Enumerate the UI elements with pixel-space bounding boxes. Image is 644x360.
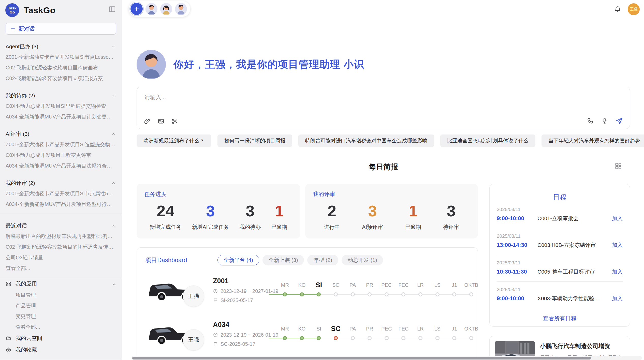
milestone-cell	[294, 336, 311, 340]
event-join-link[interactable]: 加入	[612, 268, 623, 275]
notifications-bell-icon[interactable]	[614, 6, 621, 13]
sidebar-list-item[interactable]: C02-飞腾新能源轻客改款项目里程碑画布	[0, 62, 122, 73]
milestone-label-SI: SI	[310, 281, 327, 289]
sidebar-item-my-apps[interactable]: 我的应用	[0, 278, 122, 290]
stat-card-title: 我的评审	[313, 190, 470, 198]
new-chat-label: 新对话	[19, 25, 35, 32]
milestone-cell	[412, 292, 429, 296]
assistant-avatar-1[interactable]	[145, 3, 157, 15]
view-all-schedule-link[interactable]: 查看所有日程	[497, 315, 623, 322]
event-row: 9:00-10:00C001-立项审批会加入	[497, 215, 623, 222]
event-join-link[interactable]: 加入	[612, 242, 623, 249]
chevron-up-icon	[111, 93, 116, 98]
image-icon[interactable]	[158, 118, 164, 125]
dashboard-tab-2[interactable]: 年型 (2)	[307, 255, 338, 265]
milestone-dot-LR	[418, 292, 422, 296]
app-menu-item[interactable]: 查看全部...	[0, 322, 122, 332]
milestone-label-PEC: PEC	[378, 324, 395, 333]
stat-value: 3	[192, 200, 229, 222]
sidebar-section-0-label: Agent已办 (3)	[6, 43, 38, 50]
attachment-icon[interactable]	[144, 118, 151, 125]
stat-value: 1	[271, 200, 287, 222]
app-menu-item[interactable]: 项目管理	[0, 290, 122, 300]
milestone-label-SI: SI	[310, 324, 327, 333]
chevron-up-icon	[111, 281, 116, 286]
horizontal-scrollbar-thumb[interactable]	[132, 357, 591, 359]
sidebar-section-1[interactable]: 我的待办 (2)	[0, 91, 122, 101]
suggestion-chip-0[interactable]: 欧洲新规最近颁布了什么？	[137, 134, 211, 147]
stat-label: 新增完成任务	[150, 223, 182, 231]
microphone-icon[interactable]	[601, 117, 608, 124]
send-icon[interactable]	[616, 117, 623, 125]
sidebar-item-favorites[interactable]: 我的收藏	[0, 344, 122, 356]
milestone-dot-PA	[351, 336, 355, 340]
sidebar: Task Go TaskGo 新对话 Agent已办 (3)Z001-全新燃油皮…	[0, 0, 122, 360]
project-row-Z001[interactable]: 王强Z0012023-12-19 ~ 2027-01-19SI-2025-05-…	[145, 271, 470, 309]
sidebar-list-item[interactable]: A034-全新新能源MUV产品开发项目计划变更表编写	[0, 111, 122, 122]
suggestion-chip-1[interactable]: 如何写一份清晰的项目周报	[217, 134, 292, 147]
event-join-link[interactable]: 加入	[612, 215, 623, 222]
sidebar-section-0[interactable]: Agent已办 (3)	[0, 41, 122, 52]
stat-待评审: 3待评审	[443, 200, 459, 231]
schedule-title: 日程	[497, 193, 623, 202]
recent-chat-item[interactable]: 解释最新出台的欧盟报废车法规再生塑料比例被调至15%...	[0, 231, 122, 242]
sidebar-list-item[interactable]: C0X4-动力总成开发项目SI里程碑提交物检查	[0, 101, 122, 111]
suggestion-chips: 欧洲新规最近颁布了什么？如何写一份清晰的项目周报特朗普可能对进口汽车增税会对中国…	[137, 134, 630, 147]
event-name: C005-整车工程目标评审	[537, 268, 608, 275]
assistant-avatar-2[interactable]	[160, 3, 172, 15]
sidebar-list-item[interactable]: Z001-全新燃油轻卡产品开发项目SI造型提交物评审	[0, 139, 122, 150]
sidebar-section-2[interactable]: AI评审 (3)	[0, 129, 122, 139]
milestone-dots	[276, 289, 480, 299]
app-menu-item[interactable]: 产品管理	[0, 300, 122, 311]
dashboard-tab-3[interactable]: 动总开发 (1)	[342, 255, 383, 265]
recent-chat-item[interactable]: 查看全部...	[0, 263, 122, 274]
suggestion-chip-2[interactable]: 特朗普可能对进口汽车增税会对中国车企造成哪些影响	[298, 134, 434, 147]
dashboard-tab-1[interactable]: 全新上装 (3)	[262, 255, 304, 265]
milestone-cell	[463, 292, 480, 296]
sidebar-section-3-label: 我的评审 (2)	[6, 179, 35, 187]
suggestion-chip-3[interactable]: 比亚迪全固态电池计划具体说了什么	[440, 134, 535, 147]
project-row-A034[interactable]: 王强A0342023-12-19 ~ 2026-01-19SC-2025-05-…	[145, 315, 470, 353]
sidebar-section-recent[interactable]: 最近对话	[0, 221, 122, 231]
sidebar-section-3[interactable]: 我的评审 (2)	[0, 178, 122, 188]
schedule-events: 2025/03/119:00-10:00C001-立项审批会加入2025/03/…	[497, 202, 623, 308]
sidebar-list-item[interactable]: Z001-全新燃油轻卡产品开发项目SI节点属性5D文件评审	[0, 188, 122, 199]
recent-chat-item[interactable]: C02-飞腾新能源轻客改款项目的闭环通告反馈情况	[0, 242, 122, 252]
milestone-dot-MR	[283, 336, 287, 340]
sidebar-list-item[interactable]: Z001-全新燃油皮卡产品开发项目SI节点Lesson Learn报告	[0, 52, 122, 62]
assistant-avatar-3[interactable]	[175, 3, 187, 15]
sidebar-list-item[interactable]: A034-全新新能源MUV产品开发项目造型可行性评审	[0, 199, 122, 209]
project-date-range: 2023-12-19 ~ 2026-01-19	[221, 332, 278, 338]
add-assistant-button[interactable]	[130, 3, 143, 15]
user-avatar[interactable]: 王强	[628, 3, 640, 15]
milestone-label-KO: KO	[294, 281, 311, 289]
suggestion-chip-4[interactable]: 当下年轻人对汽车外观有怎样的喜好趋势	[541, 134, 644, 147]
schedule-card: 日程 2025/03/119:00-10:00C001-立项审批会加入2025/…	[489, 184, 630, 327]
event-name: X003-车辆动力学性能验...	[537, 295, 608, 302]
stat-value: 3	[362, 200, 383, 222]
scissors-icon[interactable]	[171, 118, 178, 125]
sidebar-list-item[interactable]: C02-飞腾新能源轻客改款项目立项汇报方案	[0, 73, 122, 84]
milestone-cell	[378, 292, 395, 296]
app-menu-item[interactable]: 变更管理	[0, 311, 122, 322]
sidebar-list-item[interactable]: A034-全新新能源MUV产品开发项目法规符合性评审	[0, 160, 122, 171]
dashboard-tab-0[interactable]: 全新平台 (4)	[217, 255, 259, 265]
favorites-icon	[6, 347, 11, 353]
milestone-label-LS: LS	[429, 324, 446, 333]
phone-icon[interactable]	[587, 117, 594, 124]
layout-grid-icon[interactable]	[615, 162, 622, 170]
sidebar-collapse-icon[interactable]	[109, 6, 115, 11]
sidebar-list-item[interactable]: C0X4-动力总成开发项目工程变更评审	[0, 150, 122, 160]
plus-icon	[10, 26, 16, 31]
chat-input[interactable]	[137, 87, 630, 112]
event-join-link[interactable]: 加入	[612, 295, 623, 302]
new-chat-button[interactable]: 新对话	[6, 23, 116, 35]
milestone-label-FEC: FEC	[395, 324, 412, 333]
schedule-event-3: 2025/03/119:00-10:00X003-车辆动力学性能验...加入	[497, 282, 623, 308]
recent-chat-item[interactable]: 公司Q3轻卡销量	[0, 252, 122, 263]
stat-card-my-reviews: 我的评审2进行中3AI预评审1已逾期3待评审	[305, 184, 478, 238]
sidebar-item-cloud[interactable]: 我的云空间	[0, 332, 122, 344]
event-name: C001-立项审批会	[537, 215, 608, 222]
input-tools-right	[587, 117, 623, 125]
project-info: Z0012023-12-19 ~ 2027-01-19SI-2025-05-17	[213, 277, 276, 303]
